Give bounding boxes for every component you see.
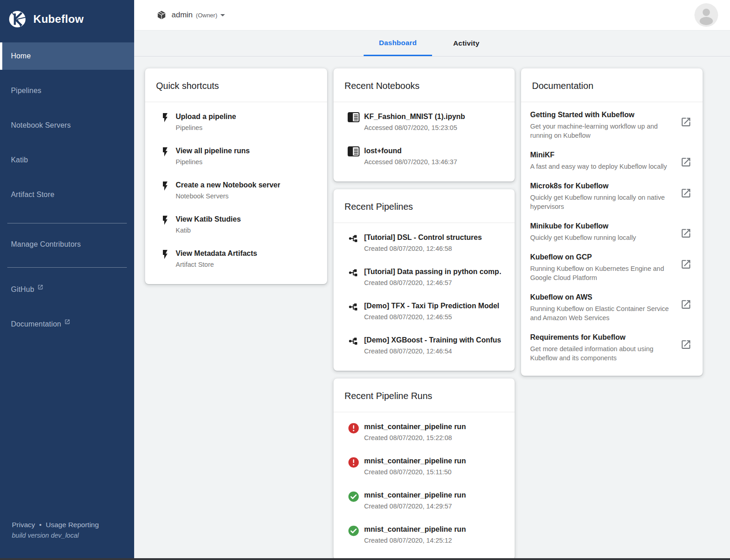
open-in-new-icon[interactable] [680, 228, 692, 242]
run-title: mnist_container_pipeline run [364, 524, 466, 534]
card-title: Quick shortcuts [145, 68, 327, 102]
shortcut-upload-pipeline[interactable]: Upload a pipeline Pipelines [145, 105, 327, 139]
open-in-new-icon[interactable] [680, 156, 692, 171]
usage-reporting-link[interactable]: Usage Reporting [46, 521, 99, 529]
shortcut-subtitle: Artifact Store [176, 260, 257, 269]
shortcut-create-notebook-server[interactable]: Create a new Notebook server Notebook Se… [145, 173, 327, 207]
notebook-title: lost+found [364, 146, 457, 156]
kubeflow-logo[interactable]: Kubeflow [0, 0, 134, 38]
package-icon [156, 10, 167, 20]
doc-description: Quickly get Kubeflow running locally on … [530, 193, 674, 211]
namespace-name: admin [172, 10, 193, 20]
pipeline-run-item[interactable]: mnist_container_pipeline run Created 08/… [334, 483, 515, 518]
run-created: Created 08/07/2020, 14:25:12 [364, 536, 466, 545]
notebook-title: KF_Fashion_MNIST (1).ipynb [364, 112, 465, 122]
bolt-icon [159, 249, 171, 260]
open-in-new-icon[interactable] [680, 299, 692, 322]
doc-item-gcp[interactable]: Kubeflow on GCP Running Kubeflow on Kube… [521, 247, 703, 287]
notebook-accessed: Accessed 08/07/2020, 15:23:05 [364, 123, 465, 132]
success-icon [347, 525, 360, 537]
kubeflow-logo-icon [7, 9, 27, 29]
open-in-new-icon[interactable] [680, 339, 692, 363]
open-in-new-icon[interactable] [680, 259, 692, 282]
recent-notebooks-card: Recent Notebooks KF_Fashion_MNIST (1).ip… [334, 68, 515, 181]
shortcut-view-metadata-artifacts[interactable]: View Metadata Artifacts Artifact Store [145, 242, 327, 276]
sidebar-item-pipelines[interactable]: Pipelines [0, 77, 134, 104]
avatar[interactable] [694, 3, 718, 27]
sidebar-item-label: Home [11, 52, 31, 60]
sidebar-item-artifact-store[interactable]: Artifact Store [0, 181, 134, 208]
sidebar-item-label: Manage Contributors [11, 240, 81, 249]
pipeline-run-item[interactable]: mnist_container_pipeline run Created 08/… [334, 449, 515, 483]
sidebar-item-documentation[interactable]: Documentation [0, 311, 134, 338]
footer-separator: • [39, 521, 42, 529]
shortcut-title: Create a new Notebook server [176, 180, 280, 190]
sidebar-item-github[interactable]: GitHub [0, 276, 134, 303]
pipeline-icon [347, 233, 360, 244]
tab-bar: Dashboard Activity [134, 31, 730, 57]
doc-description: Running Kubeflow on Kubernetes Engine an… [530, 264, 674, 282]
tab-activity[interactable]: Activity [432, 31, 501, 56]
doc-description: Get your machine-learning workflow up an… [530, 122, 674, 140]
external-link-icon [37, 284, 43, 290]
pipeline-run-item[interactable]: mnist_container_pipeline run Created 08/… [334, 518, 515, 552]
doc-item-minikube[interactable]: Minikube for Kubeflow Quickly get Kubefl… [521, 216, 703, 247]
success-icon [347, 491, 360, 503]
doc-title: Kubeflow on GCP [530, 252, 674, 262]
namespace-selector[interactable]: admin (Owner) [156, 10, 228, 21]
recent-pipelines-list: [Tutorial] DSL - Control structures Crea… [334, 223, 515, 371]
pipeline-item[interactable]: [Tutorial] DSL - Control structures Crea… [334, 226, 515, 260]
doc-item-aws[interactable]: Kubeflow on AWS Running Kubeflow on Elas… [521, 287, 703, 327]
card-title: Recent Notebooks [334, 68, 515, 102]
pipeline-title: [Tutorial] DSL - Control structures [364, 233, 482, 243]
sidebar-item-label: Documentation [11, 320, 61, 328]
doc-item-requirements[interactable]: Requirements for Kubeflow Get more detai… [521, 327, 703, 368]
sidebar-item-label: GitHub [11, 285, 34, 294]
run-created: Created 08/07/2020, 15:11:50 [364, 467, 466, 477]
sidebar-item-home[interactable]: Home [0, 42, 134, 70]
recent-pipelines-card: Recent Pipelines [Tutorial] DSL - Contro… [334, 189, 515, 371]
sidebar-item-label: Artifact Store [11, 191, 54, 199]
bolt-icon [159, 112, 171, 123]
notebook-accessed: Accessed 08/07/2020, 13:46:37 [364, 157, 457, 166]
pipeline-title: [Demo] TFX - Taxi Tip Prediction Model … [364, 301, 501, 311]
open-in-new-icon[interactable] [680, 187, 692, 211]
run-created: Created 08/07/2020, 15:22:08 [364, 433, 466, 442]
column-right: Documentation Getting Started with Kubef… [521, 68, 703, 376]
doc-item-minikf[interactable]: MiniKF A fast and easy way to deploy Kub… [521, 145, 703, 176]
build-version: build version dev_local [12, 532, 99, 539]
doc-title: Kubeflow on AWS [530, 292, 674, 302]
notebook-item[interactable]: KF_Fashion_MNIST (1).ipynb Accessed 08/0… [334, 105, 515, 139]
open-in-new-icon[interactable] [680, 116, 692, 140]
pipeline-title: [Demo] XGBoost - Training with Confusi… [364, 335, 501, 345]
run-created: Created 08/07/2020, 14:29:57 [364, 502, 466, 511]
sidebar-item-notebook-servers[interactable]: Notebook Servers [0, 112, 134, 139]
person-icon [694, 3, 718, 27]
notebook-item[interactable]: lost+found Accessed 08/07/2020, 13:46:37 [334, 139, 515, 173]
doc-description: Get more detailed information about usin… [530, 344, 674, 363]
sidebar: Kubeflow Home Pipelines Notebook Servers… [0, 0, 134, 560]
pipeline-item[interactable]: [Demo] TFX - Taxi Tip Prediction Model …… [334, 294, 515, 328]
pipeline-icon [347, 301, 360, 312]
pipeline-item[interactable]: [Tutorial] Data passing in python comp… … [334, 260, 515, 294]
doc-item-getting-started[interactable]: Getting Started with Kubeflow Get your m… [521, 105, 703, 145]
notebook-icon [347, 112, 360, 122]
shortcut-view-pipeline-runs[interactable]: View all pipeline runs Pipelines [145, 139, 327, 173]
shortcut-title: Upload a pipeline [176, 112, 236, 122]
column-left: Quick shortcuts Upload a pipeline Pipeli… [145, 68, 327, 284]
pipeline-item[interactable]: [Demo] XGBoost - Training with Confusi… … [334, 328, 515, 363]
tab-dashboard[interactable]: Dashboard [364, 31, 432, 56]
doc-item-microk8s[interactable]: Microk8s for Kubeflow Quickly get Kubefl… [521, 176, 703, 216]
doc-title: MiniKF [530, 150, 667, 160]
doc-title: Microk8s for Kubeflow [530, 181, 674, 191]
sidebar-item-manage-contributors[interactable]: Manage Contributors [0, 231, 134, 258]
shortcut-view-katib-studies[interactable]: View Katib Studies Katib [145, 207, 327, 242]
sidebar-item-katib[interactable]: Katib [0, 146, 134, 174]
bolt-icon [159, 181, 171, 192]
privacy-link[interactable]: Privacy [12, 521, 35, 529]
logo-text: Kubeflow [33, 13, 83, 26]
pipeline-run-item[interactable]: mnist_container_pipeline run Created 08/… [334, 415, 515, 449]
column-middle: Recent Notebooks KF_Fashion_MNIST (1).ip… [334, 68, 515, 560]
bolt-icon [159, 215, 171, 226]
error-icon [347, 422, 360, 434]
